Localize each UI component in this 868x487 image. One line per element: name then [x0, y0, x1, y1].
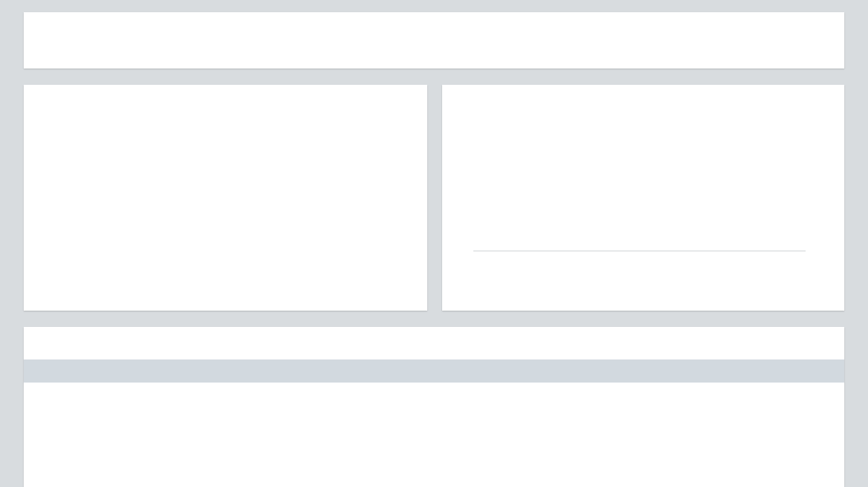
courses-panel: [24, 327, 844, 487]
statuses-panel: [442, 85, 844, 311]
donut-svg: [40, 123, 205, 289]
donut-chart[interactable]: [40, 123, 205, 289]
bar-chart-baseline: [473, 250, 806, 252]
participation-panel: [24, 85, 427, 311]
courses-table-header: [24, 359, 844, 383]
bar-chart-plot[interactable]: [478, 149, 800, 250]
summary-panel: [24, 12, 844, 69]
